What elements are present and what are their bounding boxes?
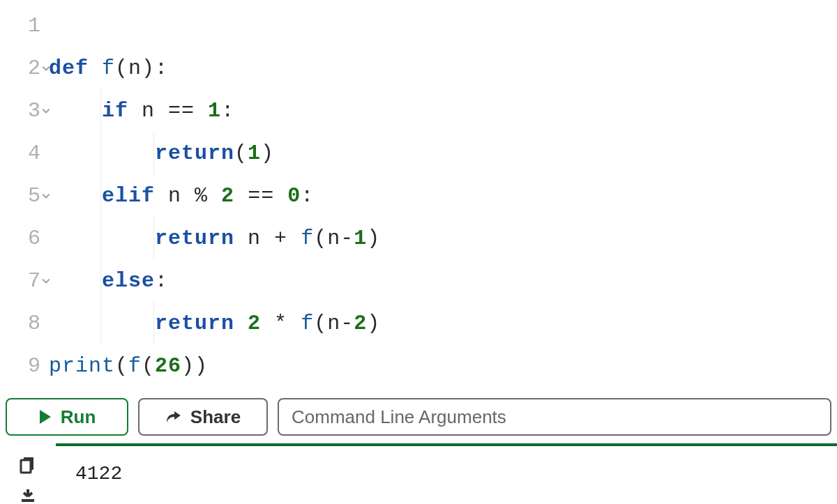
code-line: def f(n): — [49, 47, 837, 89]
share-icon — [165, 409, 182, 425]
code-line — [49, 4, 837, 47]
paren: ) — [261, 142, 274, 165]
code-line: else: — [49, 259, 837, 302]
code-editor: 1 2 3 4 5 6 7 8 9 def f(n): if n == 1: r… — [0, 0, 837, 392]
keyword-if: if — [102, 99, 128, 123]
share-button[interactable]: Share — [138, 398, 268, 436]
line-number: 9 — [28, 354, 40, 378]
play-icon — [38, 409, 52, 425]
paren: ( — [142, 354, 155, 378]
number: 1 — [248, 142, 261, 165]
paren: ( — [314, 312, 327, 335]
paren: ) — [181, 354, 195, 378]
svg-rect-1 — [21, 460, 31, 473]
code-line: elif n % 2 == 0: — [49, 174, 837, 217]
identifier: n — [327, 312, 340, 335]
number: 2 — [221, 184, 234, 208]
operator-eq: == — [168, 99, 195, 123]
indent-guide — [100, 174, 101, 217]
output-text: 4122 — [56, 446, 837, 504]
cli-args-input[interactable] — [278, 398, 831, 436]
indent-guide — [100, 217, 101, 259]
line-number: 6 — [28, 227, 40, 250]
gutter-row[interactable]: 6 — [0, 217, 49, 259]
colon: : — [301, 184, 314, 208]
gutter-row[interactable]: 2 — [0, 47, 49, 89]
func-name: f — [128, 354, 142, 378]
keyword-return: return — [155, 227, 234, 250]
keyword-def: def — [49, 56, 89, 80]
operator-plus: + — [274, 227, 287, 250]
output-gutter — [0, 446, 56, 504]
indent-guide — [153, 217, 154, 259]
line-number: 7 — [28, 269, 40, 293]
func-name: print — [49, 354, 115, 378]
copy-icon[interactable] — [20, 456, 36, 474]
code-line: return(1) — [49, 132, 837, 174]
identifier: n — [168, 184, 181, 208]
indent-guide — [100, 89, 101, 132]
run-button[interactable]: Run — [6, 398, 128, 436]
indent-guide — [100, 132, 101, 174]
line-number: 5 — [28, 184, 40, 208]
gutter-row[interactable]: 3 — [0, 89, 49, 132]
identifier: n — [248, 227, 261, 250]
run-label: Run — [61, 406, 96, 428]
share-label: Share — [190, 406, 241, 428]
gutter-row[interactable]: 9 — [0, 344, 49, 387]
gutter-row[interactable]: 5 — [0, 174, 49, 217]
gutter-row[interactable]: 8 — [0, 302, 49, 344]
identifier: n — [327, 227, 340, 250]
indent-guide — [153, 302, 154, 344]
code-line: return 2 * f(n-2) — [49, 302, 837, 344]
code-line: return n + f(n-1) — [49, 217, 837, 259]
keyword-return: return — [155, 142, 234, 165]
keyword-return: return — [155, 312, 234, 335]
colon: : — [221, 99, 234, 123]
line-number: 3 — [28, 99, 40, 123]
line-number: 1 — [28, 14, 40, 38]
indent-guide — [153, 132, 154, 174]
download-icon[interactable] — [20, 489, 36, 503]
line-number: 2 — [28, 56, 40, 80]
svg-rect-2 — [22, 499, 34, 502]
paren: ) — [367, 312, 380, 335]
indent-guide — [100, 259, 101, 302]
keyword-elif: elif — [102, 184, 155, 208]
operator-eq: == — [248, 184, 274, 208]
line-number: 8 — [28, 312, 40, 335]
number: 0 — [287, 184, 301, 208]
indent-guide — [100, 302, 101, 344]
gutter-row[interactable]: 4 — [0, 132, 49, 174]
colon: : — [155, 269, 168, 293]
line-gutter: 1 2 3 4 5 6 7 8 9 — [0, 0, 49, 392]
code-line: print(f(26)) — [49, 344, 837, 387]
number: 26 — [155, 354, 181, 378]
code-line: if n == 1: — [49, 89, 837, 132]
operator-minus: - — [340, 312, 354, 335]
paren: ( — [115, 56, 128, 80]
identifier: n — [128, 56, 142, 80]
keyword-else: else — [102, 269, 155, 293]
line-number: 4 — [28, 142, 40, 165]
func-name: f — [301, 312, 314, 335]
number: 2 — [354, 312, 367, 335]
operator-mod: % — [195, 184, 208, 208]
gutter-row[interactable]: 7 — [0, 259, 49, 302]
func-name: f — [301, 227, 314, 250]
paren: ( — [234, 142, 248, 165]
code-text-area[interactable]: def f(n): if n == 1: return(1) elif n % … — [49, 0, 837, 392]
paren: ) — [195, 354, 208, 378]
number: 2 — [248, 312, 261, 335]
number: 1 — [354, 227, 367, 250]
paren: ( — [314, 227, 327, 250]
operator-mul: * — [274, 312, 287, 335]
colon: : — [155, 56, 168, 80]
func-name: f — [102, 56, 115, 80]
paren: ) — [142, 56, 155, 80]
paren: ) — [367, 227, 380, 250]
gutter-row[interactable]: 1 — [0, 4, 49, 47]
toolbar: Run Share — [0, 392, 837, 442]
operator-minus: - — [340, 227, 354, 250]
identifier: n — [142, 99, 155, 123]
